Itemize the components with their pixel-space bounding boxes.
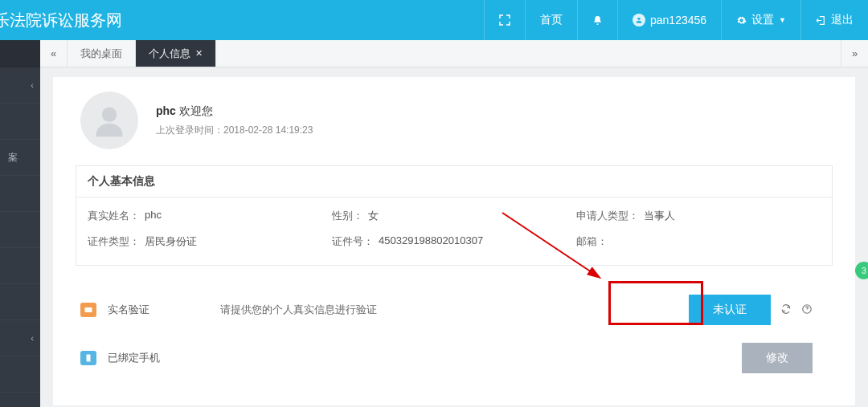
avatar-icon bbox=[633, 14, 645, 26]
tab-desktop[interactable]: 我的桌面 bbox=[68, 40, 136, 67]
help-icon[interactable] bbox=[801, 303, 813, 317]
welcome-text: phc 欢迎您 bbox=[156, 104, 313, 119]
site-title: 乐法院诉讼服务网 bbox=[0, 10, 122, 31]
sidebar-item-6[interactable] bbox=[0, 284, 40, 320]
sidebar: ‹ 案 ‹ bbox=[0, 40, 40, 407]
svg-point-1 bbox=[102, 108, 117, 122]
gear-icon bbox=[736, 15, 747, 26]
logout-button[interactable]: 退出 bbox=[800, 0, 868, 40]
tab-scroll-left[interactable]: « bbox=[40, 40, 68, 67]
logout-icon bbox=[816, 15, 826, 26]
sidebar-item-1[interactable] bbox=[0, 104, 40, 140]
sidebar-item-0[interactable]: ‹ bbox=[0, 67, 40, 104]
double-chevron-left-icon: « bbox=[51, 47, 56, 59]
phone-icon bbox=[80, 351, 96, 365]
verify-desc: 请提供您的个人真实信息进行验证 bbox=[220, 303, 689, 317]
sidebar-item-2[interactable]: 案 bbox=[0, 140, 40, 176]
field-id-number: 证件号：450329198802010307 bbox=[332, 234, 576, 249]
section-title: 个人基本信息 bbox=[76, 166, 832, 197]
bell-icon bbox=[592, 15, 603, 26]
modify-phone-button[interactable]: 修改 bbox=[742, 343, 813, 373]
caret-down-icon: ▼ bbox=[779, 16, 786, 24]
chevron-left-icon: ‹ bbox=[31, 80, 34, 90]
field-email: 邮箱： bbox=[576, 234, 821, 249]
basic-info-section: 个人基本信息 真实姓名：phc 性别：女 申请人类型：当事人 证件类型：居民身份… bbox=[76, 165, 833, 266]
header: 乐法院诉讼服务网 首页 pan123456 设置 ▼ 退出 bbox=[0, 0, 868, 40]
avatar bbox=[80, 92, 138, 149]
sidebar-header bbox=[0, 40, 40, 67]
refresh-icon[interactable] bbox=[780, 303, 792, 317]
phone-label: 已绑定手机 bbox=[108, 351, 220, 365]
user-icon bbox=[92, 103, 127, 138]
chevron-left-icon: ‹ bbox=[31, 333, 34, 343]
double-chevron-right-icon: » bbox=[852, 47, 858, 59]
verify-label: 实名验证 bbox=[108, 303, 220, 317]
home-button[interactable]: 首页 bbox=[525, 0, 577, 40]
sidebar-item-8[interactable] bbox=[0, 356, 40, 393]
svg-rect-2 bbox=[85, 307, 92, 312]
notifications-button[interactable] bbox=[577, 0, 617, 40]
last-login: 上次登录时间：2018-02-28 14:19:23 bbox=[156, 124, 313, 137]
sidebar-item-5[interactable] bbox=[0, 248, 40, 284]
field-applicant-type: 申请人类型：当事人 bbox=[576, 209, 821, 223]
id-card-icon bbox=[80, 303, 96, 317]
settings-button[interactable]: 设置 ▼ bbox=[721, 0, 800, 40]
floating-badge[interactable]: 3 bbox=[855, 262, 868, 279]
verify-button[interactable]: 未认证 bbox=[689, 295, 771, 325]
tab-scroll-right[interactable]: » bbox=[841, 40, 868, 67]
close-icon[interactable]: ✕ bbox=[195, 48, 203, 59]
svg-rect-4 bbox=[87, 355, 91, 362]
field-gender: 性别：女 bbox=[332, 209, 576, 223]
phone-row: 已绑定手机 修改 bbox=[76, 343, 833, 373]
user-menu[interactable]: pan123456 bbox=[617, 0, 721, 40]
sidebar-item-4[interactable] bbox=[0, 212, 40, 248]
tab-profile[interactable]: 个人信息 ✕ bbox=[136, 40, 216, 67]
fullscreen-icon bbox=[499, 14, 510, 26]
profile-card: phc 欢迎您 上次登录时间：2018-02-28 14:19:23 个人基本信… bbox=[53, 77, 855, 405]
verify-row: 实名验证 请提供您的个人真实信息进行验证 未认证 bbox=[76, 295, 833, 325]
sidebar-item-3[interactable] bbox=[0, 176, 40, 212]
sidebar-item-7[interactable]: ‹ bbox=[0, 320, 40, 356]
field-real-name: 真实姓名：phc bbox=[88, 209, 332, 223]
tab-bar: « 我的桌面 个人信息 ✕ » bbox=[40, 40, 868, 67]
field-id-type: 证件类型：居民身份证 bbox=[88, 234, 332, 249]
fullscreen-button[interactable] bbox=[484, 0, 525, 40]
svg-point-0 bbox=[637, 18, 640, 20]
